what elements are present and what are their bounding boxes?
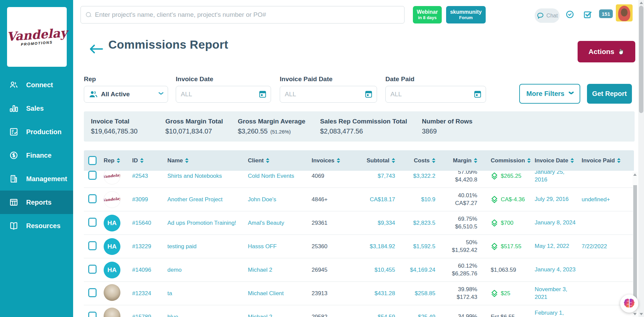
costs-link[interactable]: $10.9 [421,196,435,203]
sidebar-item-sales[interactable]: Sales [0,97,73,120]
rep-avatar[interactable]: HA [104,215,120,231]
client-link[interactable]: Hasss OFF [248,243,277,250]
project-id-link[interactable]: #15640 [132,220,151,226]
project-id-link[interactable]: #14096 [132,267,151,273]
sort-icon[interactable] [392,158,395,163]
client-link[interactable]: John Doe's [248,196,276,203]
project-name-link[interactable]: Shirts and Notebooks [167,173,222,179]
rep-avatar[interactable] [104,308,120,317]
column-header-invoices[interactable]: Invoices [310,157,361,164]
forum-button[interactable]: skummunity Forum [446,6,486,23]
rep-avatar[interactable]: HA [104,238,120,255]
calendar-icon[interactable] [365,91,372,98]
rep-filter-dropdown[interactable]: All Active [84,86,168,103]
row-checkbox[interactable] [88,241,97,250]
subtotal-link[interactable]: $431.28 [375,290,395,297]
row-checkbox[interactable] [88,288,97,297]
page-scrollbar[interactable] [638,0,644,317]
invoice-date-link[interactable]: November 3, 2021 [535,286,577,301]
project-name-link[interactable]: blue [167,314,178,317]
column-header-name[interactable]: Name [166,157,247,164]
column-header-subtotal[interactable]: Subtotal [361,157,396,164]
invoice-date-link[interactable]: July 29, 2016 [535,196,569,203]
costs-link[interactable]: $25.49 [418,314,435,317]
client-link[interactable]: Michael Client [248,290,284,297]
column-header-invoice-paid[interactable]: Invoice Paid [580,157,634,164]
clock-icon[interactable] [566,10,574,19]
sidebar-item-management[interactable]: Management [0,167,73,191]
invoice-date-link[interactable]: January 4, 2023 [535,266,576,274]
sidebar-item-reports[interactable]: Reports [0,191,73,214]
row-checkbox[interactable] [88,194,97,203]
sort-icon[interactable] [571,158,574,163]
column-header-id[interactable]: ID [131,157,166,164]
scroll-up-arrow[interactable] [633,173,637,176]
column-header-rep[interactable]: Rep [102,157,131,164]
search-input[interactable] [95,11,399,18]
client-link[interactable]: Cold North Events [248,173,294,179]
company-logo[interactable]: Vandelay PROMOTIONS [7,7,67,67]
select-all-checkbox[interactable] [88,156,97,165]
sidebar-item-resources[interactable]: Resources [0,214,73,237]
sort-icon[interactable] [527,158,531,163]
row-checkbox[interactable] [88,218,97,227]
project-id-link[interactable]: #15789 [132,314,151,317]
webinar-button[interactable]: Webinar in 8 days [413,6,442,23]
project-id-link[interactable]: #13229 [132,243,151,250]
sort-icon[interactable] [617,158,621,163]
costs-link[interactable]: $3,322.2 [413,173,435,179]
client-link[interactable]: Michael 2 [248,267,272,273]
subtotal-link[interactable]: $3,184.92 [370,243,395,250]
costs-link[interactable]: $258.85 [415,290,435,297]
tasks-checkbox-icon[interactable] [583,10,592,19]
ai-assistant-fab[interactable] [620,295,638,313]
project-id-link[interactable]: #2543 [132,173,148,179]
row-checkbox[interactable] [88,265,97,274]
project-name-link[interactable]: Another Great Project [167,196,222,203]
invoice-date-link[interactable]: February 1, 2024 [535,309,577,317]
project-name-link[interactable]: Ad ups Promotion Training! [167,220,236,226]
actions-button[interactable]: Actions [578,41,635,62]
client-link[interactable]: Michael 2 [248,314,272,317]
project-name-link[interactable]: testing paid [167,243,197,250]
project-name-link[interactable]: demo [167,267,182,273]
invoice-date-filter-input[interactable]: ALL [176,86,271,103]
sort-icon[interactable] [432,158,435,163]
invoice-date-link[interactable]: May 12, 2022 [535,243,569,250]
get-report-button[interactable]: Get Report [587,84,632,104]
user-avatar[interactable] [616,4,633,21]
sort-icon[interactable] [140,158,144,163]
row-checkbox[interactable] [88,171,97,180]
invoice-paid-link[interactable]: undefined+ [582,196,610,203]
sort-icon[interactable] [474,158,477,163]
row-checkbox[interactable] [88,312,97,317]
rep-avatar[interactable]: HA [104,262,120,278]
costs-link[interactable]: $4,169.24 [410,267,435,273]
column-header-commission[interactable]: Commission [478,157,533,164]
costs-link[interactable]: $2,823.5 [413,220,435,226]
sidebar-item-finance[interactable]: Finance [0,144,73,167]
invoice-paid-date-filter-input[interactable]: ALL [280,86,377,103]
sort-icon[interactable] [266,158,269,163]
scroll-down-arrow[interactable] [640,313,643,315]
project-id-link[interactable]: #12324 [132,290,151,297]
invoice-date-link[interactable]: January 8, 2024 [535,219,576,227]
project-name-link[interactable]: ta [167,290,172,297]
subtotal-link[interactable]: CA$18.17 [370,196,395,203]
column-header-costs[interactable]: Costs [396,157,436,164]
chat-button[interactable]: Chat [535,8,559,23]
calendar-icon[interactable] [474,91,481,98]
page-scrollbar-thumb[interactable] [639,6,643,113]
costs-link[interactable]: $1,592.5 [413,243,435,250]
sort-icon[interactable] [117,158,120,163]
invoice-paid-link[interactable]: 7/22/2022 [582,243,607,250]
scroll-up-arrow[interactable] [640,2,643,4]
column-header-client[interactable]: Client [247,157,310,164]
client-link[interactable]: Amal's Beauty [248,220,284,226]
scroll-down-arrow[interactable] [633,313,637,315]
rep-avatar[interactable] [104,284,120,301]
subtotal-link[interactable]: $10,455 [375,267,395,273]
notification-count-badge[interactable]: 151 [599,9,613,18]
project-id-link[interactable]: #3099 [132,196,148,203]
calendar-icon[interactable] [259,91,266,98]
